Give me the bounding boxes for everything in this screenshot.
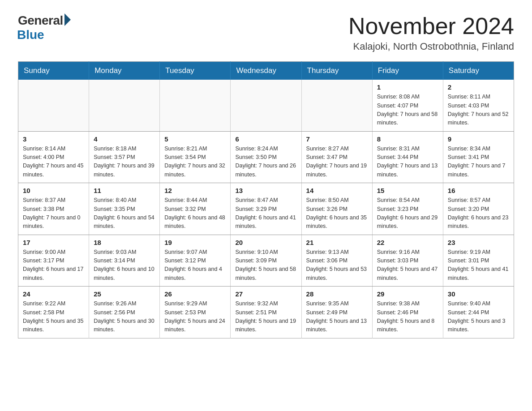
- day-number: 3: [23, 135, 84, 143]
- day-number: 1: [377, 83, 438, 91]
- calendar-cell: 9Sunrise: 8:34 AM Sunset: 3:41 PM Daylig…: [443, 131, 514, 183]
- day-number: 27: [235, 290, 296, 298]
- day-info: Sunrise: 9:22 AM Sunset: 2:58 PM Dayligh…: [23, 300, 84, 334]
- calendar-cell: [18, 80, 89, 131]
- day-number: 29: [377, 290, 438, 298]
- calendar-header-saturday: Saturday: [443, 62, 514, 80]
- calendar-week-4: 17Sunrise: 9:00 AM Sunset: 3:17 PM Dayli…: [18, 235, 514, 287]
- calendar-cell: 21Sunrise: 9:13 AM Sunset: 3:06 PM Dayli…: [301, 235, 372, 287]
- day-info: Sunrise: 9:35 AM Sunset: 2:49 PM Dayligh…: [306, 300, 368, 334]
- day-number: 12: [164, 187, 226, 194]
- calendar-cell: 8Sunrise: 8:31 AM Sunset: 3:44 PM Daylig…: [372, 131, 443, 183]
- day-number: 14: [306, 187, 368, 194]
- day-info: Sunrise: 9:32 AM Sunset: 2:51 PM Dayligh…: [235, 300, 296, 334]
- day-info: Sunrise: 9:40 AM Sunset: 2:44 PM Dayligh…: [448, 300, 509, 334]
- day-number: 13: [235, 187, 296, 194]
- calendar-cell: 17Sunrise: 9:00 AM Sunset: 3:17 PM Dayli…: [18, 235, 89, 287]
- day-info: Sunrise: 8:47 AM Sunset: 3:29 PM Dayligh…: [235, 196, 296, 231]
- day-info: Sunrise: 9:29 AM Sunset: 2:53 PM Dayligh…: [164, 300, 226, 334]
- calendar-cell: 25Sunrise: 9:26 AM Sunset: 2:56 PM Dayli…: [89, 287, 160, 338]
- logo-general-text: General: [18, 13, 63, 28]
- calendar-week-5: 24Sunrise: 9:22 AM Sunset: 2:58 PM Dayli…: [18, 287, 514, 338]
- calendar-cell: 12Sunrise: 8:44 AM Sunset: 3:32 PM Dayli…: [160, 183, 231, 235]
- calendar-cell: 6Sunrise: 8:24 AM Sunset: 3:50 PM Daylig…: [231, 131, 301, 183]
- calendar-week-3: 10Sunrise: 8:37 AM Sunset: 3:38 PM Dayli…: [18, 183, 514, 235]
- day-number: 4: [94, 135, 155, 143]
- day-info: Sunrise: 9:07 AM Sunset: 3:12 PM Dayligh…: [164, 248, 226, 283]
- calendar-cell: 29Sunrise: 9:38 AM Sunset: 2:46 PM Dayli…: [372, 287, 443, 338]
- calendar-header-row: SundayMondayTuesdayWednesdayThursdayFrid…: [18, 62, 514, 80]
- day-number: 30: [448, 290, 509, 298]
- calendar-cell: 27Sunrise: 9:32 AM Sunset: 2:51 PM Dayli…: [231, 287, 301, 338]
- day-info: Sunrise: 8:31 AM Sunset: 3:44 PM Dayligh…: [377, 145, 438, 180]
- day-info: Sunrise: 9:26 AM Sunset: 2:56 PM Dayligh…: [94, 300, 155, 334]
- location-text: Kalajoki, North Ostrobothnia, Finland: [348, 41, 514, 52]
- day-info: Sunrise: 9:10 AM Sunset: 3:09 PM Dayligh…: [235, 248, 296, 283]
- calendar-cell: 10Sunrise: 8:37 AM Sunset: 3:38 PM Dayli…: [18, 183, 89, 235]
- day-number: 26: [164, 290, 226, 298]
- calendar-header-sunday: Sunday: [18, 62, 89, 80]
- day-number: 16: [448, 187, 509, 194]
- month-title: November 2024: [348, 13, 514, 39]
- calendar-cell: 20Sunrise: 9:10 AM Sunset: 3:09 PM Dayli…: [231, 235, 301, 287]
- day-number: 8: [377, 135, 438, 143]
- day-number: 18: [94, 239, 155, 246]
- day-info: Sunrise: 8:18 AM Sunset: 3:57 PM Dayligh…: [94, 145, 155, 180]
- calendar-cell: 15Sunrise: 8:54 AM Sunset: 3:23 PM Dayli…: [372, 183, 443, 235]
- day-info: Sunrise: 8:34 AM Sunset: 3:41 PM Dayligh…: [448, 145, 509, 180]
- calendar-cell: [160, 80, 231, 131]
- calendar-week-1: 1Sunrise: 8:08 AM Sunset: 4:07 PM Daylig…: [18, 80, 514, 131]
- calendar-cell: 28Sunrise: 9:35 AM Sunset: 2:49 PM Dayli…: [301, 287, 372, 338]
- calendar-cell: 18Sunrise: 9:03 AM Sunset: 3:14 PM Dayli…: [89, 235, 160, 287]
- day-number: 6: [235, 135, 296, 143]
- calendar-cell: 16Sunrise: 8:57 AM Sunset: 3:20 PM Dayli…: [443, 183, 514, 235]
- day-number: 24: [23, 290, 84, 298]
- day-info: Sunrise: 9:13 AM Sunset: 3:06 PM Dayligh…: [306, 248, 368, 283]
- day-number: 23: [448, 239, 509, 246]
- calendar-header-tuesday: Tuesday: [160, 62, 231, 80]
- logo: General Blue: [18, 13, 71, 42]
- day-info: Sunrise: 8:21 AM Sunset: 3:54 PM Dayligh…: [164, 145, 226, 180]
- calendar-cell: 22Sunrise: 9:16 AM Sunset: 3:03 PM Dayli…: [372, 235, 443, 287]
- day-info: Sunrise: 8:57 AM Sunset: 3:20 PM Dayligh…: [448, 196, 509, 231]
- calendar-cell: 7Sunrise: 8:27 AM Sunset: 3:47 PM Daylig…: [301, 131, 372, 183]
- calendar-header-friday: Friday: [372, 62, 443, 80]
- day-info: Sunrise: 9:38 AM Sunset: 2:46 PM Dayligh…: [377, 300, 438, 334]
- day-number: 11: [94, 187, 155, 194]
- calendar-cell: 26Sunrise: 9:29 AM Sunset: 2:53 PM Dayli…: [160, 287, 231, 338]
- calendar-cell: 5Sunrise: 8:21 AM Sunset: 3:54 PM Daylig…: [160, 131, 231, 183]
- day-number: 15: [377, 187, 438, 194]
- day-number: 5: [164, 135, 226, 143]
- day-number: 2: [448, 83, 509, 91]
- day-number: 21: [306, 239, 368, 246]
- day-info: Sunrise: 8:40 AM Sunset: 3:35 PM Dayligh…: [94, 196, 155, 231]
- calendar-cell: 2Sunrise: 8:11 AM Sunset: 4:03 PM Daylig…: [443, 80, 514, 131]
- day-info: Sunrise: 8:24 AM Sunset: 3:50 PM Dayligh…: [235, 145, 296, 180]
- day-info: Sunrise: 9:19 AM Sunset: 3:01 PM Dayligh…: [448, 248, 509, 283]
- calendar-cell: 24Sunrise: 9:22 AM Sunset: 2:58 PM Dayli…: [18, 287, 89, 338]
- day-info: Sunrise: 8:08 AM Sunset: 4:07 PM Dayligh…: [377, 93, 438, 128]
- calendar-week-2: 3Sunrise: 8:14 AM Sunset: 4:00 PM Daylig…: [18, 131, 514, 183]
- day-number: 25: [94, 290, 155, 298]
- calendar-cell: 4Sunrise: 8:18 AM Sunset: 3:57 PM Daylig…: [89, 131, 160, 183]
- day-number: 19: [164, 239, 226, 246]
- calendar-header-monday: Monday: [89, 62, 160, 80]
- day-info: Sunrise: 8:14 AM Sunset: 4:00 PM Dayligh…: [23, 145, 84, 180]
- calendar-cell: 3Sunrise: 8:14 AM Sunset: 4:00 PM Daylig…: [18, 131, 89, 183]
- day-info: Sunrise: 8:54 AM Sunset: 3:23 PM Dayligh…: [377, 196, 438, 231]
- day-info: Sunrise: 8:11 AM Sunset: 4:03 PM Dayligh…: [448, 93, 509, 128]
- calendar-cell: 1Sunrise: 8:08 AM Sunset: 4:07 PM Daylig…: [372, 80, 443, 131]
- calendar-cell: 30Sunrise: 9:40 AM Sunset: 2:44 PM Dayli…: [443, 287, 514, 338]
- logo-triangle-icon: [64, 13, 71, 26]
- day-number: 20: [235, 239, 296, 246]
- calendar-cell: [231, 80, 301, 131]
- day-info: Sunrise: 8:37 AM Sunset: 3:38 PM Dayligh…: [23, 196, 84, 231]
- calendar-cell: 14Sunrise: 8:50 AM Sunset: 3:26 PM Dayli…: [301, 183, 372, 235]
- day-number: 28: [306, 290, 368, 298]
- day-number: 10: [23, 187, 84, 194]
- day-number: 7: [306, 135, 368, 143]
- calendar-header-thursday: Thursday: [301, 62, 372, 80]
- day-info: Sunrise: 9:00 AM Sunset: 3:17 PM Dayligh…: [23, 248, 84, 283]
- page-header: General Blue November 2024 Kalajoki, Nor…: [18, 13, 514, 52]
- calendar-table: SundayMondayTuesdayWednesdayThursdayFrid…: [18, 61, 514, 338]
